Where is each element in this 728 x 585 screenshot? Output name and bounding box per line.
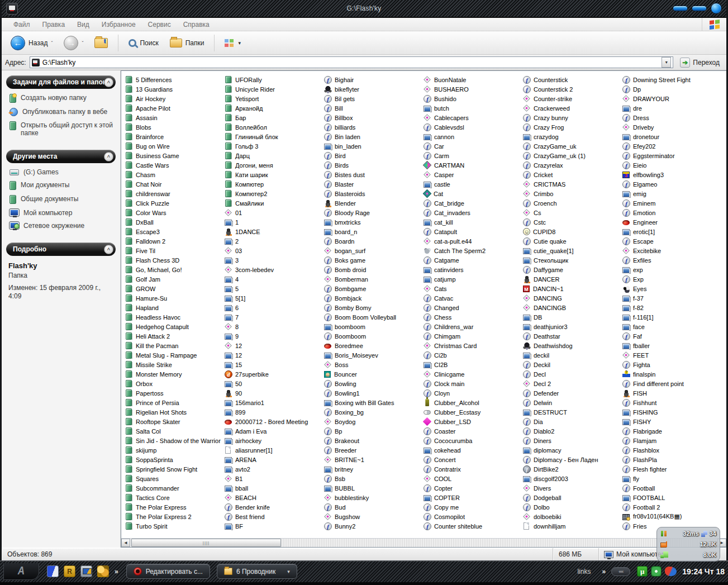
file-item[interactable]: 3com-lebedev (225, 265, 324, 274)
file-item[interactable]: CrazyGame_uk (523, 141, 622, 151)
file-item[interactable]: diplomacy (523, 445, 622, 455)
file-item[interactable]: board_n (324, 227, 424, 236)
address-input[interactable]: G:\Flash'ky ▾ (30, 56, 674, 68)
file-item[interactable]: BEACH (225, 493, 324, 502)
file-item[interactable]: Go, Michael, Go! (125, 265, 225, 274)
file-item[interactable]: Defender (523, 388, 622, 398)
file-item[interactable]: 156mario1 (225, 398, 324, 407)
menu-help[interactable]: Справка (177, 21, 216, 28)
file-item[interactable]: Tactics Core (125, 493, 225, 502)
collapse-chevron-icon[interactable]: ˄ (104, 245, 113, 254)
file-item[interactable]: DANCER (523, 274, 622, 284)
file-item[interactable]: dolboebiki (523, 512, 622, 521)
file-item[interactable]: Eggsterminator (622, 151, 726, 160)
file-item[interactable]: Salta Col (125, 426, 225, 436)
file-item[interactable]: Bil gets (324, 94, 424, 103)
file-item[interactable]: 5 (225, 284, 324, 293)
file-item[interactable]: Croench (523, 198, 622, 208)
folders-button[interactable]: Папки (165, 37, 209, 49)
file-item[interactable]: Unicycle Rider (225, 84, 324, 94)
file-item[interactable]: 8 (225, 322, 324, 331)
file-item[interactable]: Dp (622, 84, 726, 94)
file-item[interactable]: Catch The Sperm2 (424, 246, 523, 255)
horizontal-scrollbar[interactable]: ◄ |||| ► (121, 538, 726, 547)
file-item[interactable]: Bud (324, 502, 424, 512)
file-item[interactable]: BF (225, 521, 324, 531)
menu-view[interactable]: Вид (71, 21, 96, 28)
sidebar-item-network[interactable]: Сетевое окружение (9, 222, 115, 230)
file-item[interactable]: Crimbo (523, 189, 622, 198)
file-item[interactable]: CI2B (424, 360, 523, 369)
file-item[interactable]: Escape3 (125, 227, 225, 236)
utorrent-tray-icon[interactable] (637, 566, 648, 577)
file-item[interactable]: COPTER (424, 493, 523, 502)
file-item[interactable]: deathjunior3 (523, 322, 622, 331)
file-item[interactable]: exp (622, 265, 726, 274)
show-desktop-icon[interactable] (80, 565, 92, 577)
file-item[interactable]: Boredmee (324, 341, 424, 350)
file-item[interactable]: Exp (622, 274, 726, 284)
file-item[interactable]: Hapland (125, 303, 225, 312)
quicklaunch-overflow-chevron[interactable]: » (115, 568, 117, 576)
search-button[interactable]: Поиск (124, 37, 163, 49)
file-item[interactable]: bin_laden (324, 141, 424, 151)
file-item[interactable]: DESTRUCT (523, 407, 622, 417)
file-item[interactable]: boomboom (324, 322, 424, 331)
file-item[interactable]: Bunny2 (324, 521, 424, 531)
file-item[interactable]: Bomby Bomy (324, 303, 424, 312)
file-item[interactable]: Clubber_Alcohol (424, 398, 523, 407)
file-item[interactable]: Headless Havoc (125, 312, 225, 322)
file-item[interactable]: Стекольщик (523, 255, 622, 265)
file-item[interactable]: Догони, меня (225, 160, 324, 170)
file-item[interactable]: cat_kill (424, 217, 523, 227)
file-item[interactable]: Brainforce (125, 132, 225, 141)
file-item[interactable]: Missile Strike (125, 360, 225, 369)
menu-edit[interactable]: Правка (36, 21, 72, 28)
file-item[interactable]: Subcommander (125, 483, 225, 493)
file-item[interactable]: Clock main (424, 379, 523, 388)
task-button-editor[interactable]: Редактировать с... (126, 564, 210, 579)
go-button[interactable]: ➔ Переход (677, 57, 723, 68)
file-item[interactable]: f-116[1] (622, 312, 726, 322)
scrollbar-track[interactable]: |||| (130, 539, 717, 547)
file-item[interactable]: 899 (225, 407, 324, 417)
file-item[interactable]: Глининый блок (225, 132, 324, 141)
file-item[interactable]: Springfield Snow Fight (125, 464, 225, 474)
file-item[interactable]: Diablo2 (523, 426, 622, 436)
file-item[interactable]: Clubber_Ecstasy (424, 407, 523, 417)
file-item[interactable]: Color Wars (125, 208, 225, 217)
file-item[interactable]: Flash Chess 3D (125, 255, 225, 265)
file-item[interactable]: 9 (225, 331, 324, 341)
file-item[interactable]: DxBall (125, 217, 225, 227)
file-item[interactable]: Counter shiteblue (424, 521, 523, 531)
sidebar-item-my-documents[interactable]: Мои документы (9, 181, 115, 190)
task-button-explorer-group[interactable]: 6 Проводник ▾ (217, 564, 297, 579)
file-item[interactable]: FISH (622, 388, 726, 398)
menu-favorites[interactable]: Избранное (96, 21, 142, 28)
file-item[interactable]: BRITNE~1 (324, 455, 424, 464)
file-item[interactable]: 15 (225, 360, 324, 369)
file-item[interactable]: Catapult (424, 227, 523, 236)
file-item[interactable]: Eyes (622, 284, 726, 293)
file-item[interactable]: Bomb droid (324, 265, 424, 274)
file-item[interactable]: elfbowling3 (622, 170, 726, 179)
file-item[interactable]: Hedgehog Catapult (125, 322, 225, 331)
file-item[interactable]: Blasteroids (324, 189, 424, 198)
sidebar-item-g-games[interactable]: (G:) Games (9, 168, 115, 176)
file-item[interactable]: Christmas Card (424, 341, 523, 350)
file-item[interactable]: 2 (225, 236, 324, 246)
address-dropdown-icon[interactable]: ▾ (662, 57, 671, 68)
file-item[interactable]: 27superbike (225, 369, 324, 379)
file-item[interactable]: Boydog (324, 417, 424, 426)
file-item[interactable]: Flabrigade (622, 426, 726, 436)
file-item[interactable]: Смайлики (225, 198, 324, 208)
file-item[interactable]: Boks game (324, 255, 424, 265)
scrollbar-thumb[interactable]: |||| (131, 539, 281, 547)
player-tray-icon[interactable] (651, 566, 662, 577)
file-item[interactable]: Crazy bunny (523, 113, 622, 122)
file-item[interactable]: Coaster (424, 426, 523, 436)
file-item[interactable]: Clinicgame (424, 369, 523, 379)
title-bar[interactable]: G:\Flash'ky (2, 0, 726, 18)
file-item[interactable]: Exfiles (622, 255, 726, 265)
file-item[interactable]: Best friend (225, 512, 324, 521)
